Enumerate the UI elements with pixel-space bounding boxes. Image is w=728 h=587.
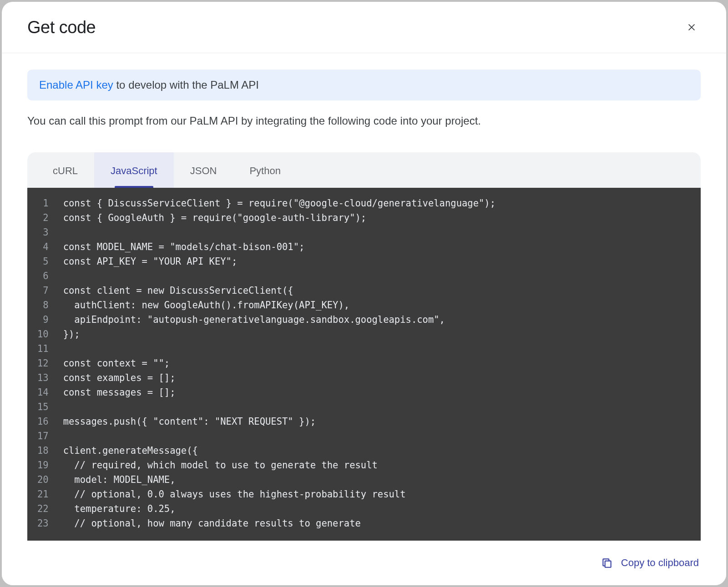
- line-number: 21: [37, 487, 49, 502]
- line-number: 20: [37, 472, 49, 487]
- code-content: const { DiscussServiceClient } = require…: [56, 188, 495, 541]
- banner-text: to develop with the PaLM API: [113, 79, 259, 91]
- copy-icon: [601, 557, 613, 569]
- line-number: 14: [37, 385, 49, 400]
- tab-json[interactable]: JSON: [174, 152, 233, 188]
- line-number: 3: [37, 225, 49, 240]
- line-number: 2: [37, 211, 49, 225]
- line-number: 12: [37, 356, 49, 371]
- line-number: 11: [37, 341, 49, 356]
- copy-button-label: Copy to clipboard: [621, 557, 699, 569]
- close-button[interactable]: [681, 16, 703, 38]
- line-number: 16: [37, 414, 49, 429]
- line-number: 22: [37, 502, 49, 516]
- line-number: 18: [37, 443, 49, 458]
- line-number: 10: [37, 327, 49, 341]
- get-code-dialog: Get code Enable API key to develop with …: [2, 2, 726, 585]
- line-number: 7: [37, 283, 49, 298]
- code-area[interactable]: 1234567891011121314151617181920212223 co…: [27, 188, 701, 541]
- line-number: 1: [37, 196, 49, 211]
- line-number: 5: [37, 254, 49, 269]
- dialog-header: Get code: [2, 2, 726, 53]
- copy-to-clipboard-button[interactable]: Copy to clipboard: [595, 552, 705, 573]
- dialog-footer: Copy to clipboard: [2, 541, 726, 585]
- line-number: 13: [37, 371, 49, 385]
- api-key-banner: Enable API key to develop with the PaLM …: [27, 70, 701, 100]
- close-icon: [687, 22, 697, 32]
- line-number: 6: [37, 269, 49, 283]
- line-number: 9: [37, 312, 49, 327]
- line-number: 4: [37, 240, 49, 254]
- dialog-content: Enable API key to develop with the PaLM …: [2, 53, 726, 541]
- line-number: 23: [37, 516, 49, 531]
- svg-rect-2: [605, 561, 611, 567]
- tab-python[interactable]: Python: [233, 152, 297, 188]
- dialog-title: Get code: [27, 18, 96, 37]
- line-number: 8: [37, 298, 49, 312]
- enable-api-key-link[interactable]: Enable API key: [39, 79, 113, 91]
- description-text: You can call this prompt from our PaLM A…: [27, 113, 701, 129]
- line-number: 15: [37, 400, 49, 414]
- line-number: 17: [37, 429, 49, 443]
- line-number: 19: [37, 458, 49, 472]
- language-tabs: cURL JavaScript JSON Python: [27, 152, 701, 188]
- code-panel: cURL JavaScript JSON Python 123456789101…: [27, 152, 701, 541]
- tab-curl[interactable]: cURL: [36, 152, 94, 188]
- tab-javascript[interactable]: JavaScript: [94, 152, 174, 188]
- line-numbers-gutter: 1234567891011121314151617181920212223: [27, 188, 56, 541]
